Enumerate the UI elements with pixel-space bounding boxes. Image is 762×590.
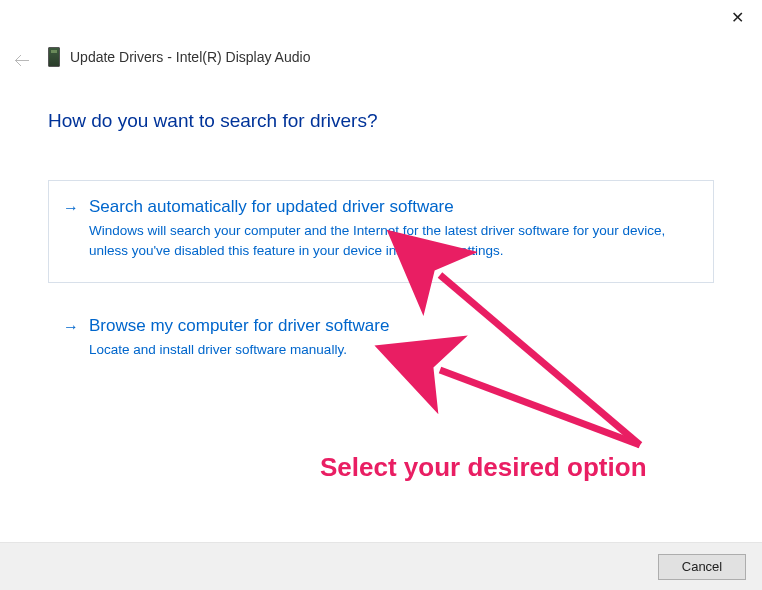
arrow-right-icon: → (63, 199, 79, 217)
window-title: Update Drivers - Intel(R) Display Audio (70, 49, 310, 65)
device-icon (48, 47, 60, 67)
close-icon[interactable]: ✕ (731, 10, 744, 26)
cancel-button[interactable]: Cancel (658, 554, 746, 580)
annotation-text: Select your desired option (320, 452, 647, 483)
arrow-right-icon: → (63, 318, 79, 336)
option-title: Search automatically for updated driver … (89, 197, 695, 217)
footer-bar: Cancel (0, 542, 762, 590)
option-description: Windows will search your computer and th… (89, 221, 695, 262)
option-description: Locate and install driver software manua… (89, 340, 695, 360)
option-browse-computer[interactable]: → Browse my computer for driver software… (48, 299, 714, 381)
option-title: Browse my computer for driver software (89, 316, 695, 336)
page-heading: How do you want to search for drivers? (48, 110, 714, 132)
back-arrow-icon: 🡠 (14, 52, 30, 70)
option-search-automatically[interactable]: → Search automatically for updated drive… (48, 180, 714, 283)
title-bar: Update Drivers - Intel(R) Display Audio (48, 47, 310, 67)
annotation-arrow (440, 370, 640, 445)
